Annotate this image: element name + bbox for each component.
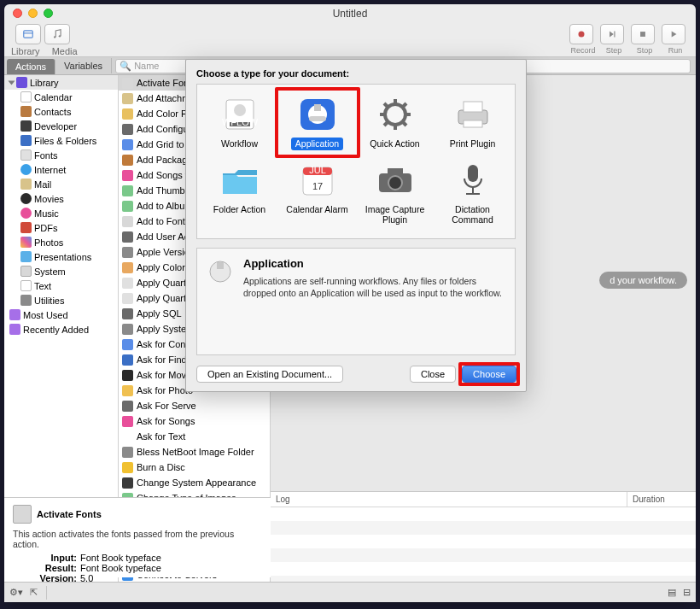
type-grid: WFLOW Workflow Application Quick Action … — [196, 84, 516, 239]
type-label: Calendar Alarm — [282, 203, 352, 216]
step-button[interactable] — [600, 24, 624, 44]
type-quick-action[interactable]: Quick Action — [357, 91, 434, 154]
sidebar-item[interactable]: Developer — [4, 119, 118, 133]
sidebar-item-label: Developer — [34, 121, 77, 132]
type-folder-action[interactable]: Folder Action — [201, 157, 278, 230]
action-icon — [121, 77, 133, 89]
fonts-preview-icon — [13, 505, 32, 524]
svg-point-17 — [385, 104, 405, 125]
minimize-window-icon[interactable] — [28, 9, 38, 18]
open-existing-button[interactable]: Open an Existing Document... — [196, 366, 343, 383]
sidebar-item[interactable]: Presentations — [4, 249, 118, 264]
svg-rect-16 — [309, 116, 326, 121]
library-root-label: Library — [30, 78, 59, 88]
tab-actions[interactable]: Actions — [7, 59, 55, 74]
action-item[interactable]: Ask for Text — [119, 429, 270, 444]
svg-point-3 — [59, 35, 61, 37]
action-icon — [121, 246, 133, 258]
sidebar-item[interactable]: Movies — [4, 191, 118, 206]
close-window-icon[interactable] — [13, 9, 22, 18]
sidebar-item[interactable]: Photos — [4, 235, 118, 249]
workflow-toggle-icon[interactable]: ⊟ — [683, 587, 691, 598]
type-workflow[interactable]: WFLOW Workflow — [201, 91, 278, 154]
sidebar-most-used[interactable]: Most Used — [4, 307, 118, 322]
svg-rect-15 — [314, 104, 321, 111]
type-print-plugin[interactable]: Print Plugin — [435, 91, 511, 154]
action-item[interactable]: Ask for Songs — [119, 413, 270, 429]
sidebar-item[interactable]: Files & Folders — [4, 133, 118, 148]
sidebar-item[interactable]: Music — [4, 206, 118, 220]
sidebar-item-label: Utilities — [34, 296, 64, 306]
action-label: Ask for Songs — [137, 416, 195, 426]
document-type-sheet: Choose a type for your document: WFLOW W… — [185, 59, 527, 392]
type-calendar-alarm[interactable]: JUL17 Calendar Alarm — [279, 157, 356, 230]
library-button[interactable] — [15, 24, 41, 44]
action-icon — [121, 400, 133, 412]
action-item[interactable]: Ask For Serve — [119, 398, 270, 413]
type-label: Quick Action — [365, 138, 423, 150]
camera-icon — [373, 161, 417, 200]
sidebar-item-label: Music — [34, 208, 59, 219]
sidebar-recently-added[interactable]: Recently Added — [4, 322, 118, 337]
action-icon — [121, 184, 133, 196]
close-button[interactable]: Close — [410, 366, 456, 383]
sheet-buttons: Open an Existing Document... Close Choos… — [196, 366, 516, 383]
library-root[interactable]: Library — [4, 75, 118, 90]
svg-rect-28 — [464, 120, 482, 127]
type-application[interactable]: Application — [279, 91, 356, 154]
action-icon — [121, 292, 133, 304]
status-bar: ⚙︎▾ ⇱ ▤ ⊟ — [4, 582, 696, 602]
zoom-window-icon[interactable] — [44, 9, 53, 18]
svg-text:17: 17 — [312, 181, 322, 191]
sidebar-item[interactable]: Contacts — [4, 104, 118, 119]
utilities-icon — [20, 295, 32, 306]
sidebar-item[interactable]: Utilities — [4, 293, 118, 307]
svg-line-24 — [403, 103, 406, 107]
sidebar-item-label: Most Used — [23, 310, 68, 320]
gear-icon[interactable]: ⚙︎▾ — [9, 587, 23, 598]
expand-icon[interactable]: ⇱ — [30, 587, 38, 598]
mail-icon — [20, 179, 32, 190]
media-button[interactable] — [44, 24, 70, 44]
type-label: Print Plugin — [446, 138, 500, 150]
type-desc-title: Application — [243, 257, 506, 270]
type-image-capture[interactable]: Image Capture Plugin — [357, 157, 434, 230]
run-button[interactable] — [662, 24, 685, 44]
action-icon — [121, 323, 133, 335]
sidebar-item[interactable]: Calendar — [4, 90, 118, 104]
smartfolder-icon — [9, 324, 20, 335]
log-col-duration[interactable]: Duration — [627, 492, 696, 507]
action-icon — [121, 215, 133, 227]
microphone-icon — [451, 161, 495, 200]
action-label: Ask for Text — [137, 431, 185, 442]
action-label: Add to Album — [137, 201, 192, 211]
sidebar-item[interactable]: System — [4, 264, 118, 278]
sidebar-item-label: Fonts — [34, 150, 58, 161]
fonts-icon — [20, 149, 32, 161]
desc-input-value: Font Book typeface — [80, 553, 161, 563]
stop-button[interactable] — [631, 24, 655, 44]
action-item[interactable]: Bless NetBoot Image Folder — [119, 444, 270, 460]
calendar-icon: JUL17 — [295, 161, 340, 200]
choose-button[interactable]: Choose — [462, 366, 516, 383]
sidebar-item[interactable]: PDFs — [4, 220, 118, 235]
type-dictation[interactable]: Dictation Command — [435, 157, 511, 230]
internet-icon — [20, 164, 32, 175]
sidebar-item[interactable]: Text — [4, 278, 118, 293]
action-icon — [121, 338, 133, 350]
sidebar-item[interactable]: Mail — [4, 177, 118, 191]
toolbar: Library Media Record Step Stop Run — [4, 23, 696, 57]
sidebar-item-label: System — [34, 266, 66, 277]
action-item[interactable]: Change System Appearance — [119, 475, 270, 490]
record-button[interactable] — [569, 24, 593, 44]
tab-variables[interactable]: Variables — [55, 58, 112, 73]
sidebar-item[interactable]: Internet — [4, 162, 118, 177]
action-item[interactable]: Burn a Disc — [119, 460, 270, 475]
sidebar-item[interactable]: Fonts — [4, 148, 118, 162]
log-toggle-icon[interactable]: ▤ — [668, 587, 676, 598]
action-icon — [121, 369, 133, 381]
search-icon: 🔍 — [120, 61, 131, 72]
type-label: Folder Action — [209, 203, 270, 216]
svg-point-34 — [388, 176, 402, 190]
log-col-log[interactable]: Log — [271, 492, 627, 507]
